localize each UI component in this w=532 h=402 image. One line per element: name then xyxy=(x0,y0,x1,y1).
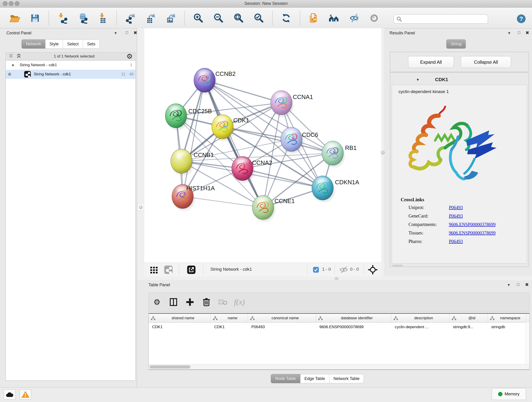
left-splitter-handle[interactable] xyxy=(138,204,144,211)
table-cell[interactable]: cyclin-dependent ... xyxy=(391,323,450,332)
zoom-selected-region-button[interactable] xyxy=(250,12,268,25)
tab-string[interactable]: String xyxy=(446,39,466,49)
tab-style[interactable]: Style xyxy=(45,39,63,49)
table-settings-gear-button[interactable]: ⚙ xyxy=(149,295,165,309)
crosslink-link[interactable]: P06493 xyxy=(449,205,463,210)
delete-columns-button[interactable] xyxy=(198,295,215,309)
import-network-from-file-button[interactable] xyxy=(54,12,71,25)
collapse-all-networks-icon[interactable] xyxy=(8,53,14,60)
network-node-HIST1H1A[interactable]: HIST1H1A xyxy=(172,184,215,212)
network-tree-root-row[interactable]: ▼ String Network - cdk1 1 xyxy=(6,61,135,70)
network-graph[interactable]: CCNB2 CCNA1 CDC25B CDK1 CDC6 xyxy=(144,28,381,263)
network-node-CCNA1[interactable]: CCNA1 xyxy=(271,90,313,118)
network-edge[interactable] xyxy=(222,127,333,153)
save-session-button[interactable] xyxy=(26,12,44,25)
expand-all-button[interactable]: Expand All xyxy=(408,56,454,68)
section-collapse-triangle-icon[interactable]: ▼ xyxy=(416,78,419,82)
network-node-RB1[interactable]: RB1 xyxy=(322,141,357,169)
left-splitter[interactable] xyxy=(137,28,144,276)
table-cell[interactable]: stringdb:9... xyxy=(450,323,488,332)
new-network-from-selection-button[interactable] xyxy=(305,12,323,25)
column-header-canonical-name[interactable]: canonical name xyxy=(248,314,316,322)
network-node-CCNA2[interactable]: CCNA2 xyxy=(232,156,272,184)
horizontal-splitter[interactable] xyxy=(137,276,532,280)
gene-section-header[interactable]: ▼ CDK1 xyxy=(392,74,527,85)
first-neighbors-button[interactable] xyxy=(325,12,343,25)
hidden-eye-icon[interactable] xyxy=(339,266,348,274)
help-button[interactable]: ? xyxy=(517,14,526,24)
node-table[interactable]: shared namenamecanonical namedatabase id… xyxy=(148,313,530,370)
table-vertical-scrollbar[interactable] xyxy=(526,322,530,364)
import-table-from-file-button[interactable] xyxy=(94,12,112,25)
control-panel-close-icon[interactable]: ✖ xyxy=(133,31,137,35)
table-panel-close-icon[interactable]: ✖ xyxy=(525,283,529,287)
network-overview-icon[interactable] xyxy=(164,265,173,275)
birdseye-grid-icon[interactable] xyxy=(150,266,158,275)
table-cell[interactable]: 9606.ENSP00000378699 xyxy=(316,323,391,332)
results-panel-float-icon[interactable]: □ xyxy=(518,31,520,35)
table-cell[interactable]: CDK1 xyxy=(211,323,248,332)
crosslink-link[interactable]: P06493 xyxy=(449,239,463,244)
selected-checkbox-icon[interactable] xyxy=(313,267,319,274)
show-graphics-details-button[interactable] xyxy=(365,12,383,25)
tab-node-table[interactable]: Node Table xyxy=(271,374,300,383)
network-node-CCNB2[interactable]: CCNB2 xyxy=(194,68,235,96)
network-tree-row[interactable]: String Network - cdk1 11 48 xyxy=(6,70,135,79)
warnings-button[interactable] xyxy=(20,389,31,400)
table-panel-collapse-icon[interactable]: ▾ xyxy=(508,283,510,287)
control-panel-collapse-icon[interactable]: ▾ xyxy=(114,31,117,35)
search-input[interactable] xyxy=(402,17,488,22)
refresh-view-button[interactable] xyxy=(277,12,295,25)
zoom-out-button[interactable] xyxy=(209,12,227,25)
column-header-shared-name[interactable]: shared name xyxy=(149,314,211,322)
column-header--id[interactable]: @id xyxy=(450,314,488,322)
hide-selection-button[interactable] xyxy=(345,12,363,25)
horizontal-splitter-handle[interactable] xyxy=(335,277,339,280)
table-panel-float-icon[interactable]: □ xyxy=(517,282,519,287)
column-header-name[interactable]: name xyxy=(211,314,248,322)
zoom-fit-content-button[interactable] xyxy=(230,12,247,25)
table-hscroll-thumb[interactable] xyxy=(150,365,190,369)
tab-network-table[interactable]: Network Table xyxy=(329,374,364,383)
table-cell[interactable]: stringdb xyxy=(488,323,526,332)
column-header-namespace[interactable]: namespace xyxy=(488,314,526,322)
network-node-CDK1[interactable]: CDK1 xyxy=(212,115,249,142)
control-panel-float-icon[interactable]: □ xyxy=(126,31,128,35)
network-node-CDC6[interactable]: CDC6 xyxy=(281,127,318,155)
network-canvas[interactable]: CCNB2 CCNA1 CDC25B CDK1 CDC6 xyxy=(144,28,381,263)
network-edge[interactable] xyxy=(183,80,205,196)
table-cell[interactable]: P06493 xyxy=(248,323,316,332)
cloud-button[interactable] xyxy=(4,389,16,400)
results-panel-close-icon[interactable]: ✖ xyxy=(526,31,529,35)
export-network-button[interactable] xyxy=(121,12,139,25)
import-network-from-database-button[interactable] xyxy=(74,12,92,25)
crosslink-link[interactable]: 9606.ENSP00000378699 xyxy=(449,230,496,236)
tab-edge-table[interactable]: Edge Table xyxy=(300,374,329,383)
zoom-in-button[interactable] xyxy=(189,12,207,25)
tab-network[interactable]: Network xyxy=(22,39,45,49)
network-options-gear-icon[interactable]: ⚙ xyxy=(127,53,133,60)
column-header-description[interactable]: description xyxy=(391,314,450,322)
export-table-button[interactable] xyxy=(142,12,159,25)
tree-expand-triangle-icon[interactable]: ▼ xyxy=(11,63,15,67)
network-node-CDC25B[interactable]: CDC25B xyxy=(165,104,212,131)
create-column-button[interactable] xyxy=(182,295,198,309)
results-scrollbar-thumb[interactable] xyxy=(392,265,403,266)
show-columns-button[interactable] xyxy=(165,295,182,309)
column-header-database-identifier[interactable]: database identifier xyxy=(316,314,391,322)
expand-all-networks-icon[interactable] xyxy=(16,53,22,60)
detach-view-icon[interactable] xyxy=(187,265,196,275)
tab-select[interactable]: Select xyxy=(63,39,83,49)
memory-button[interactable]: Memory xyxy=(492,388,526,400)
tab-sets[interactable]: Sets xyxy=(83,39,100,49)
fit-selected-crosshair-icon[interactable] xyxy=(368,265,378,275)
table-row[interactable]: CDK1CDK1P064939606.ENSP00000378699cyclin… xyxy=(149,323,530,332)
table-cell[interactable]: CDK1 xyxy=(149,323,211,332)
crosslink-link[interactable]: 9606.ENSP00000378699 xyxy=(449,222,496,227)
crosslink-link[interactable]: P06493 xyxy=(449,213,463,219)
open-file-button[interactable] xyxy=(6,12,24,25)
table-horizontal-scrollbar[interactable] xyxy=(149,364,530,370)
network-node-CDKN1A[interactable]: CDKN1A xyxy=(312,176,359,204)
export-image-button[interactable] xyxy=(162,12,180,25)
right-splitter[interactable] xyxy=(381,28,384,276)
